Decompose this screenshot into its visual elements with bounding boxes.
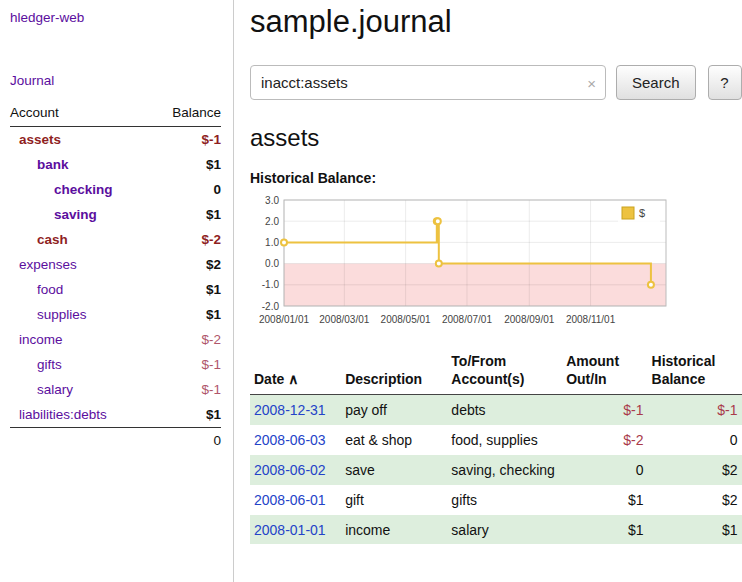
account-link[interactable]: cash <box>37 232 68 247</box>
account-link[interactable]: gifts <box>37 357 62 372</box>
account-balance: $1 <box>153 302 221 327</box>
account-name-cell: food <box>10 277 153 302</box>
transaction-description: pay off <box>341 395 447 425</box>
svg-text:2008/09/01: 2008/09/01 <box>504 314 554 325</box>
column-header-date-label: Date <box>254 371 284 387</box>
column-header-description: Description <box>341 350 447 395</box>
register-row: 2008-06-01giftgifts$1$2 <box>250 485 742 515</box>
column-header-amount: Amount Out/In <box>562 350 647 395</box>
account-link[interactable]: food <box>37 282 63 297</box>
search-input-wrap: × <box>250 65 606 100</box>
account-row: saving$1 <box>10 202 221 227</box>
transaction-balance: $-1 <box>648 395 742 425</box>
account-link[interactable]: salary <box>37 382 73 397</box>
transaction-balance: $1 <box>648 515 742 545</box>
account-name-cell: liabilities:debts <box>10 402 153 428</box>
transaction-balance: $2 <box>648 485 742 515</box>
svg-text:2008/01/01: 2008/01/01 <box>259 314 309 325</box>
register-table: Date ∧ Description To/From Account(s) Am… <box>250 350 742 544</box>
svg-text:2008/05/01: 2008/05/01 <box>381 314 431 325</box>
account-name-cell: bank <box>10 152 153 177</box>
help-button[interactable]: ? <box>708 65 742 100</box>
column-header-accounts: To/From Account(s) <box>447 350 562 395</box>
accounts-total-spacer <box>10 428 153 454</box>
register-row: 2008-01-01incomesalary$1$1 <box>250 515 742 545</box>
transaction-amount: 0 <box>562 455 647 485</box>
account-link[interactable]: checking <box>54 182 113 197</box>
svg-text:$: $ <box>639 207 645 219</box>
account-balance: $-2 <box>153 327 221 352</box>
account-row: liabilities:debts$1 <box>10 402 221 428</box>
transaction-date-link[interactable]: 2008-06-01 <box>254 492 326 508</box>
account-balance: $-2 <box>153 227 221 252</box>
journal-link[interactable]: Journal <box>10 73 221 88</box>
account-row: income$-2 <box>10 327 221 352</box>
svg-text:2008/03/01: 2008/03/01 <box>319 314 369 325</box>
account-name-cell: expenses <box>10 252 153 277</box>
account-name-cell: gifts <box>10 352 153 377</box>
column-header-balance: Historical Balance <box>648 350 742 395</box>
account-heading: assets <box>250 124 742 152</box>
account-row: salary$-1 <box>10 377 221 402</box>
transaction-accounts: food, supplies <box>447 425 562 455</box>
register-row: 2008-06-03eat & shopfood, supplies$-20 <box>250 425 742 455</box>
account-name-cell: assets <box>10 127 153 153</box>
accounts-table: Account Balance assets$-1bank$1checking0… <box>10 102 221 453</box>
account-name-cell: salary <box>10 377 153 402</box>
account-name-cell: supplies <box>10 302 153 327</box>
account-balance: $1 <box>153 202 221 227</box>
transaction-date-link[interactable]: 2008-12-31 <box>254 402 326 418</box>
account-row: bank$1 <box>10 152 221 177</box>
account-link[interactable]: assets <box>19 132 61 147</box>
account-name-cell: income <box>10 327 153 352</box>
transaction-date-link[interactable]: 2008-06-02 <box>254 462 326 478</box>
account-link[interactable]: bank <box>37 157 69 172</box>
column-header-date[interactable]: Date ∧ <box>250 350 341 395</box>
transaction-balance: $2 <box>648 455 742 485</box>
transaction-date-cell: 2008-06-03 <box>250 425 341 455</box>
account-balance: $1 <box>153 152 221 177</box>
account-balance: $-1 <box>153 352 221 377</box>
search-button[interactable]: Search <box>616 65 696 100</box>
register-row: 2008-06-02savesaving, checking0$2 <box>250 455 742 485</box>
account-link[interactable]: income <box>19 332 63 347</box>
transaction-description: income <box>341 515 447 545</box>
accounts-header-balance: Balance <box>153 102 221 127</box>
sidebar: hledger-web Journal Account Balance asse… <box>0 0 234 582</box>
accounts-total-row: 0 <box>10 428 221 454</box>
account-row: expenses$2 <box>10 252 221 277</box>
transaction-description: eat & shop <box>341 425 447 455</box>
account-link[interactable]: supplies <box>37 307 87 322</box>
accounts-total-balance: 0 <box>153 428 221 454</box>
account-link[interactable]: liabilities:debts <box>19 407 107 422</box>
transaction-date-cell: 2008-06-02 <box>250 455 341 485</box>
transaction-accounts: debts <box>447 395 562 425</box>
svg-text:2008/11/01: 2008/11/01 <box>566 314 616 325</box>
balance-chart-svg: 3.02.01.00.0-1.0-2.02008/01/012008/03/01… <box>250 194 672 332</box>
svg-text:0.0: 0.0 <box>265 258 279 269</box>
sort-ascending-icon: ∧ <box>288 371 298 387</box>
transaction-date-link[interactable]: 2008-01-01 <box>254 522 326 538</box>
account-row: gifts$-1 <box>10 352 221 377</box>
account-name-cell: cash <box>10 227 153 252</box>
transaction-date-cell: 2008-01-01 <box>250 515 341 545</box>
account-balance: $-1 <box>153 377 221 402</box>
account-balance: $-1 <box>153 127 221 153</box>
search-input[interactable] <box>250 65 606 100</box>
clear-search-icon[interactable]: × <box>587 74 596 91</box>
page-title: sample.journal <box>250 4 742 40</box>
account-balance: $1 <box>153 402 221 428</box>
brand-link[interactable]: hledger-web <box>10 10 221 25</box>
account-balance: $2 <box>153 252 221 277</box>
svg-text:-1.0: -1.0 <box>262 279 280 290</box>
account-link[interactable]: expenses <box>19 257 77 272</box>
account-row: cash$-2 <box>10 227 221 252</box>
transaction-balance: 0 <box>648 425 742 455</box>
transaction-accounts: saving, checking <box>447 455 562 485</box>
account-link[interactable]: saving <box>54 207 97 222</box>
main-content: sample.journal × Search ? assets Histori… <box>234 0 742 582</box>
transaction-description: save <box>341 455 447 485</box>
account-balance: 0 <box>153 177 221 202</box>
transaction-date-link[interactable]: 2008-06-03 <box>254 432 326 448</box>
svg-text:3.0: 3.0 <box>265 195 279 206</box>
